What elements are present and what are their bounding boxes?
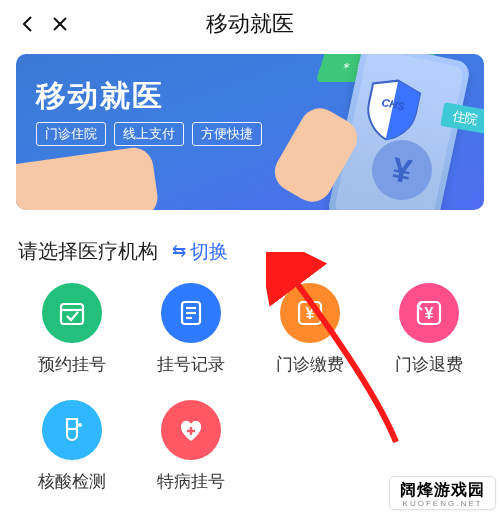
switch-org-button[interactable]: ⇆ 切换 bbox=[172, 239, 228, 265]
svg-text:¥: ¥ bbox=[305, 305, 314, 322]
close-button[interactable] bbox=[44, 8, 76, 40]
svg-text:¥: ¥ bbox=[424, 305, 433, 322]
watermark-badge: 阔烽游戏园 KUOFENG.NET bbox=[389, 476, 496, 510]
list-doc-icon bbox=[161, 283, 221, 343]
grid-item-outpatient-pay[interactable]: ¥ 门诊缴费 bbox=[250, 283, 369, 376]
page-title: 移动就医 bbox=[206, 9, 294, 39]
test-tube-icon bbox=[42, 400, 102, 460]
watermark-title: 阔烽游戏园 bbox=[400, 480, 485, 501]
svg-rect-2 bbox=[61, 304, 83, 324]
grid-label: 预约挂号 bbox=[38, 353, 106, 376]
banner-title: 移动就医 bbox=[36, 76, 164, 117]
app-header: 移动就医 bbox=[0, 0, 500, 48]
grid-label: 门诊缴费 bbox=[276, 353, 344, 376]
banner-tags: 门诊住院 线上支付 方便快捷 bbox=[36, 122, 262, 146]
close-icon bbox=[51, 15, 69, 33]
grid-item-nucleic-test[interactable]: 核酸检测 bbox=[12, 400, 131, 493]
chevron-left-icon bbox=[19, 15, 37, 33]
hand-illustration bbox=[16, 145, 160, 210]
grid-label: 核酸检测 bbox=[38, 470, 106, 493]
grid-label: 门诊退费 bbox=[395, 353, 463, 376]
banner-tag: 线上支付 bbox=[114, 122, 184, 146]
grid-item-special-reg[interactable]: 特病挂号 bbox=[131, 400, 250, 493]
promo-banner[interactable]: ＊＊---＊＊ 移动就医 门诊住院 线上支付 方便快捷 ¥ CHS 住院 bbox=[16, 54, 484, 210]
switch-label: 切换 bbox=[190, 239, 228, 265]
grid-label: 挂号记录 bbox=[157, 353, 225, 376]
banner-tag: 门诊住院 bbox=[36, 122, 106, 146]
back-button[interactable] bbox=[12, 8, 44, 40]
svg-point-13 bbox=[78, 423, 82, 427]
service-grid: 预约挂号 挂号记录 ¥ 门诊缴费 ¥ 门诊退费 核酸检测 特病挂号 bbox=[0, 283, 500, 493]
grid-item-records[interactable]: 挂号记录 bbox=[131, 283, 250, 376]
grid-item-outpatient-refund[interactable]: ¥ 门诊退费 bbox=[369, 283, 488, 376]
banner-tag: 方便快捷 bbox=[192, 122, 262, 146]
calendar-check-icon bbox=[42, 283, 102, 343]
watermark-sub: KUOFENG.NET bbox=[400, 499, 485, 508]
grid-item-appointment[interactable]: 预约挂号 bbox=[12, 283, 131, 376]
heart-plus-icon bbox=[161, 400, 221, 460]
grid-label: 特病挂号 bbox=[157, 470, 225, 493]
refund-yen-icon: ¥ bbox=[399, 283, 459, 343]
section-header: 请选择医疗机构 ⇆ 切换 bbox=[18, 238, 482, 265]
pay-yen-icon: ¥ bbox=[280, 283, 340, 343]
section-title: 请选择医疗机构 bbox=[18, 238, 158, 265]
swap-icon: ⇆ bbox=[172, 241, 186, 262]
